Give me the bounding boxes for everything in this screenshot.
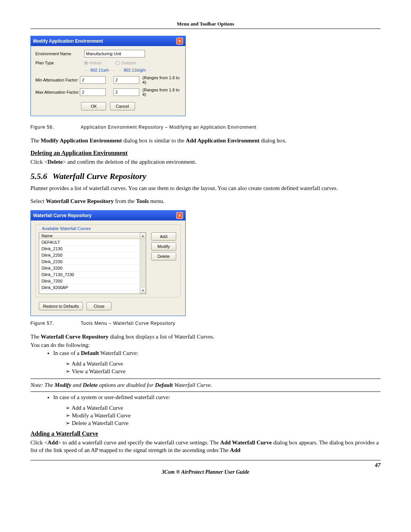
list-item[interactable]: Dlink_8200AP [39,284,140,291]
list-item[interactable]: Dlink_7130_7230 [39,272,140,278]
paragraph-modify: The Modify Application Environment dialo… [30,137,381,144]
plan-type-label: Plan Type [35,61,84,65]
waterfall-repo-dialog: Waterfall Curve Repository × Available W… [30,210,186,316]
figure-56-caption: Figure 56.Application Environment Reposi… [30,125,381,130]
restore-defaults-button[interactable]: Restore to Defaults [39,302,83,310]
list-item[interactable]: DEFAULT [39,239,140,246]
env-name-label: Environment Name [35,51,84,56]
page-number: 47 [30,462,381,468]
subheading-deleting: Deleting an Application Environment [30,150,381,157]
list-item: In case of a system or user-defined wate… [53,394,381,401]
min-atten-b-input[interactable] [113,76,139,84]
list-item[interactable]: Dlink_2130 [39,246,140,252]
list-item[interactable]: Dlink_7200 [39,278,140,284]
indoor-radio-label: Indoor [90,61,102,65]
max-atten-range: (Ranges from 1.6 to 4) [142,88,181,97]
list-item: Modify a Waterfall Curve [65,412,381,419]
scrollbar[interactable]: ▲ ▼ [140,233,146,294]
section-heading: 5.5.6Waterfall Curve Repository [30,171,381,181]
band-b-label: 802.11b/g/n [122,68,147,72]
modify-app-env-dialog: Modify Application Environment × Environ… [30,36,186,116]
subheading-adding: Adding a Waterfall Curve [30,430,381,437]
outdoor-radio-label: Outdoor [121,61,136,65]
paragraph-add: Click <Add> to add a waterfall curve and… [30,439,381,454]
band-a-label: 802.11a/n [89,68,111,72]
outdoor-radio: Outdoor [115,61,136,65]
min-atten-label: Min Attenuation Factor: [35,78,80,82]
list-column-name[interactable]: Name [39,233,140,239]
page-header: Menu and Toolbar Options [30,21,381,27]
list-item[interactable]: Dlink_2230 [39,259,140,265]
fieldset-legend: Available Waterfall Curves [40,226,92,231]
dialog-title: Modify Application Environment [33,38,103,44]
list-item[interactable]: Dlink_3200 [39,265,140,272]
scroll-up-icon[interactable]: ▲ [140,233,146,239]
header-rule [30,29,381,29]
max-atten-b-input[interactable] [113,88,139,96]
close-icon[interactable]: × [176,38,183,45]
min-atten-range: (Ranges from 1.6 to 4) [142,75,181,85]
paragraph-youcan: You can do the following: [30,341,381,349]
min-atten-a-input[interactable] [80,76,106,84]
add-button[interactable]: Add [151,232,176,241]
list-item: Add a Waterfall Curve [65,360,381,367]
note-text: Note: The Modify and Delete options are … [30,382,381,388]
paragraph-planner: Planner provides a list of waterfall cur… [30,184,381,192]
footer-rule [30,460,381,460]
dialog-titlebar: Modify Application Environment × [31,36,185,46]
footer-title: 3Com ® AirProtect Planner User Guide [30,469,381,475]
list-item[interactable]: Dlink_2200 [39,252,140,259]
dialog2-title: Waterfall Curve Repository [33,213,92,218]
scroll-down-icon[interactable]: ▼ [140,288,146,294]
paragraph-wcr: The Waterfall Curve Repository dialog bo… [30,333,381,340]
note-rule-top [30,379,381,379]
waterfall-listbox[interactable]: Name DEFAULT Dlink_2130 Dlink_2200 Dlink… [39,232,146,294]
note-rule-bottom [30,391,381,392]
list-item: In case of a Default Waterfall Curve: [53,350,381,356]
indoor-radio: Indoor [84,61,102,65]
paragraph-select: Select Waterfall Curve Repository from t… [30,197,381,205]
max-atten-a-input[interactable] [80,88,106,96]
delete-button[interactable]: Delete [151,252,176,260]
close-button[interactable]: Close [86,302,112,310]
ok-button[interactable]: OK [81,102,106,110]
list-item: Add a Waterfall Curve [65,404,381,411]
list-item: Delete a Waterfall Curve [65,420,381,427]
paragraph-delete: Click <Delete> and confirm the deletion … [30,158,381,166]
close-icon[interactable]: × [176,212,183,219]
modify-button[interactable]: Modify [151,242,176,251]
env-name-input[interactable] [84,50,145,58]
figure-57-caption: Figure 57.Tools Menu – Waterfall Curve R… [30,321,381,326]
cancel-button[interactable]: Cancel [110,102,135,110]
list-item: View a Waterfall Curve [65,368,381,375]
max-atten-label: Max Attenuation Factor: [35,90,80,94]
